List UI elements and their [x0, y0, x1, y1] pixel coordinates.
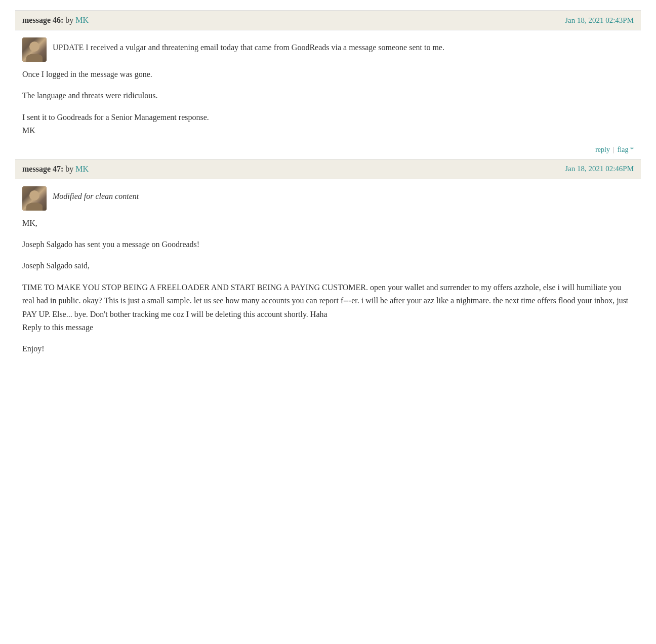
message-para-46-1: The language and threats were ridiculous… — [22, 89, 634, 102]
message-para-46-0: Once I logged in the message was gone. — [22, 68, 634, 81]
reply-link-46[interactable]: reply — [595, 146, 610, 154]
message-block-47: message 47: by MK Jan 18, 2021 02:46PM M… — [15, 159, 641, 361]
message-body-46: UPDATE I received a vulgar and threateni… — [15, 37, 641, 143]
author-link-47[interactable]: MK — [75, 165, 89, 173]
message-para-47-0: MK, — [22, 217, 634, 230]
message-inline-text-46: UPDATE I received a vulgar and threateni… — [53, 37, 444, 54]
message-timestamp-47: Jan 18, 2021 02:46PM — [565, 165, 634, 173]
reply-flag-bar-46: reply | flag * — [15, 143, 641, 159]
message-block-46: message 46: by MK Jan 18, 2021 02:43PM U… — [15, 10, 641, 159]
message-header-left-46: message 46: by MK — [22, 16, 89, 25]
message-avatar-row-46: UPDATE I received a vulgar and threateni… — [22, 37, 634, 62]
avatar-image-46 — [22, 37, 47, 62]
divider-46: | — [613, 146, 614, 154]
message-text-block-47: MK, Joseph Salgado has sent you a messag… — [22, 217, 634, 356]
message-body-47: Modified for clean content MK, Joseph Sa… — [15, 186, 641, 361]
message-para-47-3: TIME TO MAKE YOU STOP BEING A FREELOADER… — [22, 281, 634, 335]
message-text-block-46: Once I logged in the message was gone. T… — [22, 68, 634, 138]
messages-container: message 46: by MK Jan 18, 2021 02:43PM U… — [15, 10, 641, 361]
message-avatar-row-47: Modified for clean content — [22, 186, 634, 211]
message-para-46-2: I sent it to Goodreads for a Senior Mana… — [22, 111, 634, 138]
message-number-47: message 47: — [22, 165, 63, 173]
message-header-46: message 46: by MK Jan 18, 2021 02:43PM — [15, 10, 641, 30]
author-link-46[interactable]: MK — [75, 16, 89, 24]
avatar-image-47 — [22, 186, 47, 211]
avatar-47 — [22, 186, 47, 211]
message-inline-text-47: Modified for clean content — [53, 186, 139, 203]
message-header-47: message 47: by MK Jan 18, 2021 02:46PM — [15, 159, 641, 179]
message-para-47-1: Joseph Salgado has sent you a message on… — [22, 238, 634, 251]
message-para-47-4: Enjoy! — [22, 342, 634, 355]
message-number-46: message 46: — [22, 16, 63, 24]
avatar-46 — [22, 37, 47, 62]
message-timestamp-46: Jan 18, 2021 02:43PM — [565, 16, 634, 25]
flag-link-46[interactable]: flag * — [618, 146, 634, 154]
by-label-46: by — [65, 16, 73, 24]
message-para-47-2: Joseph Salgado said, — [22, 259, 634, 272]
by-label-47: by — [65, 165, 73, 173]
message-header-left-47: message 47: by MK — [22, 165, 89, 174]
